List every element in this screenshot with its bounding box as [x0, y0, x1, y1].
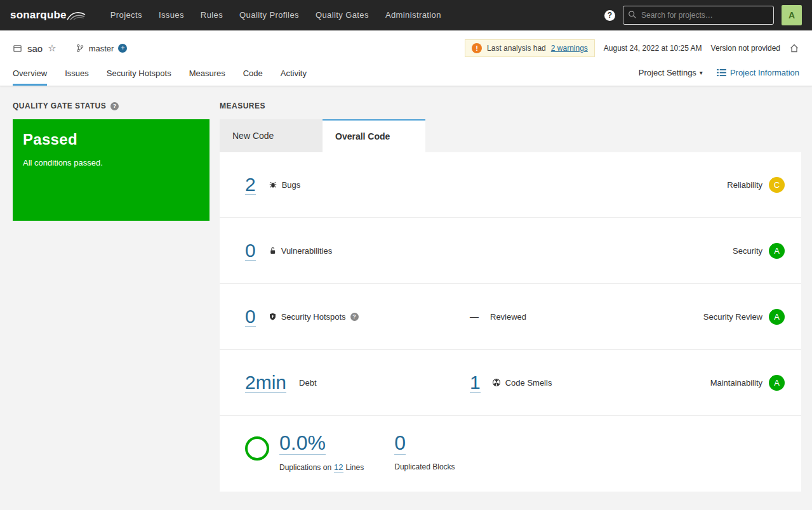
- duplications-caption-prefix: Duplications on: [279, 463, 331, 472]
- project-header-right: ! Last analysis had 2 warnings August 24…: [465, 39, 799, 57]
- hotspots-group: 0 Security Hotspots ?: [245, 306, 470, 327]
- branch-selector: master +: [76, 44, 128, 53]
- debt-label: Debt: [299, 378, 316, 388]
- code-smells-label-group: Code Smells: [492, 378, 552, 388]
- help-icon[interactable]: ?: [604, 10, 615, 21]
- tab-security-hotspots[interactable]: Security Hotspots: [107, 65, 171, 86]
- nav-item-issues[interactable]: Issues: [150, 0, 192, 30]
- analysis-date: August 24, 2022 at 10:25 AM: [604, 44, 702, 53]
- tab-measures[interactable]: Measures: [189, 65, 225, 86]
- quality-gate-description: All conditions passed.: [23, 158, 199, 167]
- nav-item-rules[interactable]: Rules: [192, 0, 231, 30]
- tab-overall-code[interactable]: Overall Code: [323, 119, 425, 152]
- project-tabs: Overview Issues Security Hotspots Measur…: [13, 65, 799, 86]
- project-header-top: sao ☆ master + ! Last analysis had 2 war…: [13, 39, 799, 57]
- vulnerabilities-label: Vulnerabilities: [281, 246, 332, 256]
- sonarqube-logo-text: sonarqube: [10, 9, 67, 22]
- reviewed-value: —: [470, 311, 479, 322]
- vulnerabilities-count-link[interactable]: 0: [245, 240, 256, 261]
- avatar[interactable]: A: [782, 5, 802, 25]
- project-name: sao: [27, 43, 43, 54]
- sonarqube-swoosh-icon: [67, 10, 86, 21]
- project-information-label: Project Information: [730, 68, 799, 77]
- quality-gate-heading-text: QUALITY GATE STATUS: [13, 101, 106, 110]
- tab-code[interactable]: Code: [243, 65, 263, 86]
- tab-overview[interactable]: Overview: [13, 65, 47, 86]
- lock-icon: [269, 246, 277, 255]
- code-smell-icon: [492, 378, 501, 387]
- vulnerabilities-label-group: Vulnerabilities: [269, 246, 332, 256]
- quality-gate-status-box: Passed All conditions passed.: [13, 119, 210, 221]
- duplications-percent-link[interactable]: 0.0%: [279, 433, 326, 455]
- measures-panel: 2 Bugs Reliability C: [220, 152, 801, 492]
- quality-gate-help-icon[interactable]: ?: [110, 102, 119, 110]
- add-branch-icon[interactable]: +: [118, 44, 127, 53]
- duplication-lines-link[interactable]: 12: [334, 462, 343, 473]
- duplicated-blocks-group: 0 Duplicated Blocks: [394, 433, 455, 471]
- bugs-group: 2 Bugs: [245, 174, 470, 195]
- shield-icon: [269, 312, 277, 321]
- list-icon: [717, 69, 726, 77]
- quality-gate-status: Passed: [23, 131, 199, 148]
- branch-name: master: [89, 44, 114, 53]
- vulnerabilities-group: 0 Vulnerabilities: [245, 240, 470, 261]
- measures-heading: MEASURES: [220, 101, 801, 110]
- hotspots-help-icon[interactable]: ?: [350, 313, 359, 321]
- hotspots-label: Security Hotspots: [281, 312, 346, 322]
- bugs-count-link[interactable]: 2: [245, 174, 256, 195]
- security-label: Security: [733, 246, 762, 256]
- bug-icon: [269, 180, 277, 189]
- security-rating-badge[interactable]: A: [769, 243, 785, 259]
- quality-gate-heading: QUALITY GATE STATUS ?: [13, 101, 210, 110]
- security-group: Security A: [733, 243, 785, 259]
- nav-item-quality-profiles[interactable]: Quality Profiles: [231, 0, 307, 30]
- analysis-warning-badge: ! Last analysis had 2 warnings: [465, 39, 595, 57]
- maintainability-group: Maintainability A: [710, 375, 785, 391]
- reviewed-label: Reviewed: [490, 312, 526, 322]
- quality-gate-column: QUALITY GATE STATUS ? Passed All conditi…: [13, 96, 210, 492]
- nav-item-administration[interactable]: Administration: [377, 0, 449, 30]
- nav-item-projects[interactable]: Projects: [102, 0, 150, 30]
- measure-row-hotspots: 0 Security Hotspots ? — Re: [220, 284, 801, 350]
- search-input[interactable]: [623, 6, 774, 25]
- project-search: [623, 6, 774, 25]
- duplicated-blocks-label: Duplicated Blocks: [394, 462, 455, 471]
- favorite-star-icon[interactable]: ☆: [48, 43, 56, 54]
- reliability-group: Reliability C: [727, 177, 785, 193]
- measure-row-bugs: 2 Bugs Reliability C: [220, 152, 801, 218]
- warning-text: Last analysis had: [487, 44, 546, 53]
- debt-value-link[interactable]: 2min: [245, 372, 286, 393]
- duplicated-blocks-count-link[interactable]: 0: [394, 433, 406, 455]
- measures-heading-text: MEASURES: [220, 101, 265, 110]
- duplications-group: 0.0% Duplications on 12 Lines: [245, 433, 364, 473]
- version-text: Version not provided: [711, 44, 780, 53]
- project-information-link[interactable]: Project Information: [717, 68, 799, 77]
- code-smells-count-link[interactable]: 1: [470, 372, 481, 393]
- measure-row-duplications: 0.0% Duplications on 12 Lines 0 Duplicat…: [220, 416, 801, 492]
- measure-row-maintainability: 2min Debt 1 Cod: [220, 350, 801, 416]
- navbar-right: ? A: [604, 5, 802, 25]
- nav-item-quality-gates[interactable]: Quality Gates: [307, 0, 377, 30]
- security-review-group: Security Review A: [703, 309, 785, 325]
- reliability-label: Reliability: [727, 180, 762, 190]
- reliability-rating-badge[interactable]: C: [769, 177, 785, 193]
- sonarqube-logo[interactable]: sonarqube: [10, 9, 86, 22]
- overview-content: QUALITY GATE STATUS ? Passed All conditi…: [0, 86, 812, 492]
- homepage-icon[interactable]: [789, 43, 799, 53]
- code-smells-group: 1 Code Smells: [470, 372, 710, 393]
- tab-activity[interactable]: Activity: [281, 65, 307, 86]
- duplications-caption: Duplications on 12 Lines: [279, 462, 364, 473]
- security-review-rating-badge[interactable]: A: [769, 309, 785, 325]
- tab-issues[interactable]: Issues: [65, 65, 89, 86]
- top-navbar: sonarqube Projects Issues Rules Quality …: [0, 0, 812, 30]
- duplications-caption-suffix: Lines: [346, 463, 364, 472]
- maintainability-rating-badge[interactable]: A: [769, 375, 785, 391]
- hotspots-reviewed-group: — Reviewed: [470, 311, 703, 322]
- hotspots-count-link[interactable]: 0: [245, 306, 256, 327]
- hotspots-label-group: Security Hotspots ?: [269, 312, 359, 322]
- tab-new-code[interactable]: New Code: [220, 119, 323, 152]
- warnings-link[interactable]: 2 warnings: [551, 44, 588, 53]
- search-icon: [628, 10, 637, 19]
- project-tabs-right: Project Settings ▾ Project Information: [639, 68, 799, 82]
- project-settings-menu[interactable]: Project Settings ▾: [639, 68, 703, 77]
